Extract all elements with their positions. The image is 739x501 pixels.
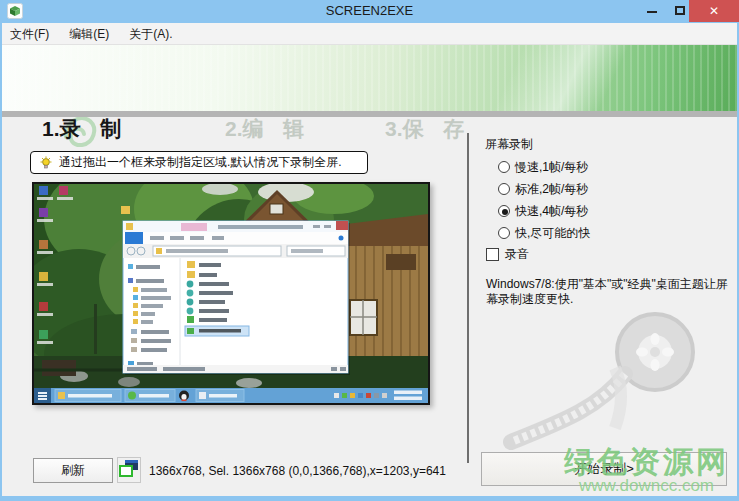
checkbox-icon xyxy=(486,248,499,261)
close-button[interactable]: ✕ xyxy=(689,0,739,22)
tab-record[interactable]: 1.录 制 xyxy=(42,115,121,143)
radio-standard[interactable]: 标准,2帧/每秒 xyxy=(498,181,588,197)
radio-fastest[interactable]: 快,尽可能的快 xyxy=(498,225,590,241)
radio-label: 慢速,1帧/每秒 xyxy=(515,159,588,176)
radio-label: 标准,2帧/每秒 xyxy=(515,181,588,198)
film-reel-icon xyxy=(503,310,731,450)
tip-box: 通过拖出一个框来录制指定区域.默认情况下录制全屏. xyxy=(30,151,368,174)
tab-save[interactable]: 3.保 存 xyxy=(385,115,464,143)
app-window: SCREEN2EXE ✕ 文件(F) 编辑(E) 关于(A). 1.录 制 2.… xyxy=(0,0,739,501)
dual-monitor-icon xyxy=(118,458,140,480)
desktop-thumbnail xyxy=(34,184,428,403)
banner-streak xyxy=(419,45,739,111)
start-recording-button[interactable]: 开始录制> xyxy=(481,452,727,486)
radio-icon xyxy=(498,227,510,239)
screen-preview[interactable] xyxy=(32,182,430,405)
settings-group-title: 屏幕录制 xyxy=(485,136,533,153)
radio-label: 快速,4帧/每秒 xyxy=(515,203,588,220)
window-title: SCREEN2EXE xyxy=(0,3,739,18)
minimize-button[interactable] xyxy=(638,0,666,23)
refresh-button[interactable]: 刷新 xyxy=(33,458,113,483)
radio-fast[interactable]: 快速,4帧/每秒 xyxy=(498,203,588,219)
close-icon: ✕ xyxy=(709,4,719,18)
radio-label: 快,尽可能的快 xyxy=(515,225,590,242)
step-banner: 1.录 制 2.编 辑 3.保 存 xyxy=(0,45,739,111)
lightbulb-icon xyxy=(39,156,53,170)
radio-icon xyxy=(498,161,510,173)
window-border-left xyxy=(0,23,2,501)
radio-icon xyxy=(498,205,510,217)
record-audio-checkbox[interactable]: 录音 xyxy=(486,246,529,263)
window-border-bottom xyxy=(0,496,739,501)
radio-slow[interactable]: 慢速,1帧/每秒 xyxy=(498,159,588,175)
radio-icon xyxy=(498,183,510,195)
windows-theme-note: Windows7/8:使用"基本"或"经典"桌面主题让屏幕录制速度更快. xyxy=(486,277,736,307)
panel-divider xyxy=(467,133,469,463)
tip-text: 通过拖出一个框来录制指定区域.默认情况下录制全屏. xyxy=(59,154,342,171)
menu-file[interactable]: 文件(F) xyxy=(0,23,59,45)
minimize-icon xyxy=(647,11,657,13)
banner-divider xyxy=(0,111,739,117)
menu-about[interactable]: 关于(A). xyxy=(119,23,182,45)
resolution-status: 1366x768, Sel. 1366x768 (0,0,1366,768),x… xyxy=(149,464,446,478)
maximize-icon xyxy=(675,6,685,15)
tab-edit[interactable]: 2.编 辑 xyxy=(225,115,304,143)
checkbox-label: 录音 xyxy=(505,246,529,263)
menu-edit[interactable]: 编辑(E) xyxy=(59,23,119,45)
titlebar: SCREEN2EXE ✕ xyxy=(0,0,739,23)
monitor-select-button[interactable] xyxy=(117,457,141,483)
menubar: 文件(F) 编辑(E) 关于(A). xyxy=(0,23,739,45)
